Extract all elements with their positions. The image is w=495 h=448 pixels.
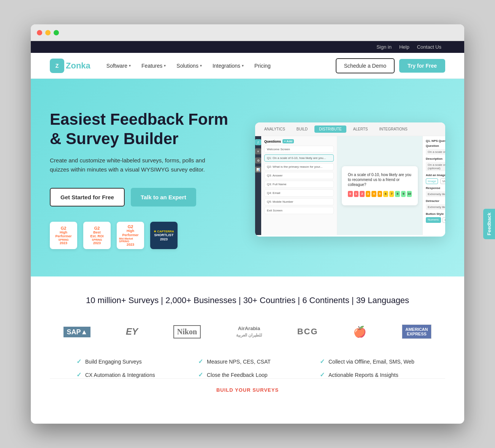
contact-link[interactable]: Contact Us	[417, 44, 441, 50]
maximize-button[interactable]	[54, 30, 59, 35]
traffic-lights	[37, 30, 59, 35]
app-mockup-header: ANALYTICS BUILD DISTRIBUTE ALERTS INTEGR…	[255, 122, 445, 136]
badge-sub-text: Mid-Market SPRING	[119, 237, 142, 243]
neutral-style[interactable]: Neutral	[443, 217, 445, 223]
logo-american-express: AMERICANEXPRESS	[402, 324, 431, 339]
nps-num-10[interactable]: 10	[407, 191, 412, 197]
hero-content: Easiest Feedback Form & Survey Builder C…	[50, 110, 240, 249]
badge-capterra-main: SHORTLIST	[154, 233, 174, 237]
nps-num-2[interactable]: 2	[360, 191, 365, 197]
survey-preview: On a scale of 0-10, how likely are you t…	[337, 136, 422, 235]
sidebar-settings-icon[interactable]: ⚙	[255, 157, 261, 164]
talk-to-expert-button[interactable]: Talk to an Expert	[131, 188, 196, 207]
check-icon: ✓	[320, 371, 325, 378]
sidebar-chart-icon[interactable]: 📊	[255, 167, 261, 173]
check-icon: ✓	[76, 358, 81, 365]
badge-main-text: HighPerformer	[55, 230, 71, 239]
tab-integrations[interactable]: INTEGRATIONS	[374, 126, 412, 133]
questions-label: Questions	[264, 140, 281, 143]
question-item[interactable]: Q3: Answer	[264, 172, 334, 179]
check-icon: ✓	[320, 358, 325, 365]
badge-high-performer: G2 HighPerformer SPRING 2023	[50, 222, 77, 249]
minimize-button[interactable]	[45, 30, 51, 35]
question-prop-label: Question	[426, 144, 445, 148]
question-item[interactable]: Welcome Screen	[264, 146, 334, 153]
tab-alerts[interactable]: ALERTS	[349, 126, 373, 133]
logo[interactable]: Z Zonka	[50, 59, 90, 73]
add-question-button[interactable]: + Add	[282, 139, 294, 143]
nps-num-6[interactable]: 6	[383, 191, 388, 197]
schedule-demo-button[interactable]: Schedule a Demo	[336, 58, 395, 73]
feedback-tab[interactable]: Feedback	[483, 209, 495, 239]
nps-num-0[interactable]: 0	[348, 191, 353, 197]
tab-distribute[interactable]: DISTRIBUTE	[314, 126, 346, 133]
question-item[interactable]: Q5: Mobile Number	[264, 198, 334, 205]
badge-g2-icon: G2	[128, 224, 133, 229]
nps-num-3[interactable]: 3	[366, 191, 371, 197]
description-prop-label: Description	[426, 157, 445, 160]
question-item[interactable]: Exit Screen	[264, 207, 334, 214]
hero-subtitle: Create and customize white-labeled surve…	[50, 156, 225, 174]
bottom-cta[interactable]: BUILD YOUR SURVEYS	[50, 378, 445, 401]
options-prop-label: Add an Image or Video	[426, 173, 445, 177]
features-grid: ✓ Build Engaging Surveys ✓ Measure NPS, …	[76, 358, 419, 378]
button-style-label: Button Style	[426, 212, 445, 216]
badge-high-performer-mid: G2 HighPerformer Mid-Market SPRING 2023	[117, 222, 144, 249]
nps-num-1[interactable]: 1	[354, 191, 359, 197]
try-free-button[interactable]: Try for Free	[399, 59, 445, 73]
signin-link[interactable]: Sign in	[376, 44, 392, 50]
feature-label: Build Engaging Surveys	[85, 359, 142, 365]
logo-ey: EY	[126, 326, 138, 337]
nav-features[interactable]: Features ▾	[137, 60, 170, 72]
browser-titlebar	[31, 24, 464, 41]
feature-item: ✓ Build Engaging Surveys	[76, 358, 175, 365]
nps-num-9[interactable]: 9	[401, 191, 406, 197]
nav-pricing[interactable]: Pricing	[250, 60, 275, 72]
response-value: Extremely likely	[426, 191, 445, 197]
nav-solutions[interactable]: Solutions ▾	[172, 60, 206, 72]
nps-num-5[interactable]: 5	[378, 191, 382, 197]
badge-sub-text: SPRING	[59, 238, 69, 241]
image-option[interactable]: Image	[426, 178, 438, 184]
question-item[interactable]: Q4: Email	[264, 189, 334, 197]
feature-label: Close the Feedback Loop	[207, 372, 268, 378]
nps-question-text: On a scale of 0-10, how likely are you t…	[348, 172, 412, 187]
question-item[interactable]: Q3: Full Name	[264, 181, 334, 188]
nps-num-8[interactable]: 8	[395, 191, 400, 197]
description-prop-value: On a scale of 0-10, how likely... (optio…	[426, 162, 445, 171]
tab-build[interactable]: BUILD	[292, 126, 312, 133]
feature-item: ✓ Close the Feedback Loop	[198, 371, 297, 378]
question-item[interactable]: Q2: What is the primary reason for your.…	[264, 163, 334, 170]
badge-year: 2023	[60, 241, 67, 245]
nav-software[interactable]: Software ▾	[102, 60, 135, 72]
video-option[interactable]: Video	[440, 178, 445, 184]
app-main: Questions + Add Welcome Screen Q1: On a …	[261, 136, 445, 235]
nps-num-4[interactable]: 4	[371, 191, 376, 197]
badge-main-text: BestEst. ROI	[90, 230, 103, 239]
chevron-down-icon: ▾	[242, 64, 244, 68]
hero-image: ANALYTICS BUILD DISTRIBUTE ALERTS INTEGR…	[255, 122, 445, 237]
get-started-button[interactable]: Get Started for Free	[50, 188, 125, 207]
nps-num-7[interactable]: 7	[389, 191, 394, 197]
badge-capterra-shortlist: ★ Capterra SHORTLIST 2023	[150, 222, 178, 249]
logo-bcg: BCG	[297, 327, 318, 337]
question-item[interactable]: Q1: On a scale of 0-10, how likely are y…	[264, 154, 334, 162]
logo-icon: Z	[50, 59, 64, 73]
nav-links: Software ▾ Features ▾ Solutions ▾ Integr…	[102, 60, 336, 72]
hero-title: Easiest Feedback Form & Survey Builder	[50, 110, 240, 148]
sidebar-nav-icon[interactable]: ≡	[255, 148, 261, 154]
badge-main-text: HighPerformer	[122, 229, 138, 237]
nav-integrations[interactable]: Integrations ▾	[208, 60, 248, 72]
app-mockup: ANALYTICS BUILD DISTRIBUTE ALERTS INTEGR…	[255, 122, 445, 237]
detractor-label: Detractor	[426, 199, 445, 203]
logos-row: SAP▲ EY Nikon AirArabia للطيران العربية …	[50, 324, 445, 339]
browser-window: Sign in Help Contact Us Z Zonka Software…	[31, 24, 464, 424]
hero-section: Easiest Feedback Form & Survey Builder C…	[31, 79, 464, 276]
app-content: Z ≡ ⚙ 📊 Questions + Add Welcome Screen	[255, 136, 445, 235]
build-surveys-link[interactable]: BUILD YOUR SURVEYS	[216, 387, 279, 393]
close-button[interactable]	[37, 30, 42, 35]
number-style[interactable]: Numeric	[426, 217, 441, 223]
tab-analytics[interactable]: ANALYTICS	[260, 126, 290, 133]
stats-text: 10 million+ Surveys | 2,000+ Businesses …	[50, 295, 445, 305]
help-link[interactable]: Help	[399, 44, 409, 50]
